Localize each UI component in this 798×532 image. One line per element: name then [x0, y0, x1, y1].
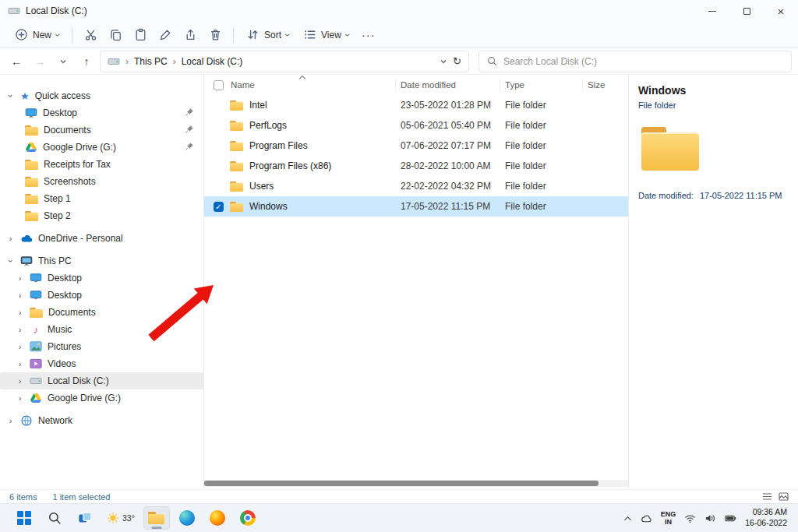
- more-options-button[interactable]: ···: [356, 24, 381, 46]
- copy-button[interactable]: [103, 24, 128, 46]
- maximize-button[interactable]: [729, 0, 764, 22]
- file-name: Intel: [249, 100, 267, 111]
- file-explorer-button[interactable]: [143, 506, 170, 530]
- hidden-icons-chevron-icon[interactable]: [623, 513, 632, 523]
- breadcrumb-separator: ›: [125, 56, 129, 67]
- search-input[interactable]: [503, 56, 783, 67]
- sidebar-section-network[interactable]: › Network: [0, 412, 203, 429]
- breadcrumb[interactable]: › This PC › Local Disk (C:) ↻: [100, 51, 469, 72]
- column-header-size[interactable]: Size: [583, 79, 627, 91]
- volume-icon[interactable]: [704, 513, 716, 523]
- chevron-icon[interactable]: ›: [16, 291, 24, 300]
- taskbar-search-button[interactable]: [41, 506, 68, 530]
- chevron-icon[interactable]: ›: [6, 234, 15, 243]
- sidebar-item-step-1[interactable]: Step 1: [0, 190, 203, 207]
- file-row-intel[interactable]: Intel 23-05-2022 01:28 PM File folder: [204, 95, 628, 115]
- file-row-perflogs[interactable]: PerfLogs 05-06-2021 05:40 PM File folder: [204, 115, 628, 136]
- sidebar-section-this-pc[interactable]: › This PC: [0, 252, 203, 270]
- chrome-browser-button[interactable]: [235, 506, 261, 530]
- sidebar-item-step-2[interactable]: Step 2: [0, 207, 203, 224]
- rename-button[interactable]: [153, 24, 178, 46]
- language-indicator[interactable]: ENG IN: [661, 510, 676, 527]
- chevron-icon[interactable]: ›: [16, 376, 24, 386]
- wifi-icon[interactable]: [684, 513, 696, 523]
- clock[interactable]: 09:36 AM 16-06-2022: [745, 507, 787, 528]
- chevron-icon[interactable]: ›: [16, 273, 24, 283]
- breadcrumb-current[interactable]: Local Disk (C:): [182, 56, 243, 67]
- sidebar-item-desktop[interactable]: Desktop: [0, 104, 203, 122]
- scrollbar-thumb[interactable]: [204, 481, 598, 486]
- chevron-icon[interactable]: ›: [16, 393, 24, 403]
- back-button[interactable]: ←: [6, 51, 26, 72]
- new-button[interactable]: New ›: [8, 24, 66, 46]
- battery-icon[interactable]: [725, 513, 736, 523]
- firefox-icon: [210, 510, 225, 526]
- refresh-icon[interactable]: ↻: [453, 55, 461, 67]
- file-row-windows-selected[interactable]: ✓Windows 17-05-2022 11:15 PM File folder: [204, 196, 628, 217]
- chevron-icon[interactable]: ›: [6, 416, 15, 425]
- share-button[interactable]: [178, 24, 203, 46]
- sidebar-item-pc-music[interactable]: › ♪ Music: [0, 321, 203, 338]
- cut-button[interactable]: [78, 24, 103, 46]
- sidebar-item-documents[interactable]: Documents: [0, 122, 203, 139]
- sidebar-item-pc-google-drive[interactable]: › Google Drive (G:): [0, 389, 203, 407]
- minimize-button[interactable]: [695, 0, 729, 22]
- close-icon: ×: [778, 5, 785, 17]
- sidebar-item-pc-videos[interactable]: › Videos: [0, 355, 203, 372]
- main-content: › ★ Quick access Desktop Documents Googl…: [0, 75, 798, 489]
- onedrive-tray-icon[interactable]: [641, 513, 652, 523]
- column-header-type[interactable]: Type: [500, 79, 583, 91]
- select-all-checkbox[interactable]: [214, 80, 224, 90]
- forward-button[interactable]: →: [30, 51, 50, 72]
- recent-locations-button[interactable]: [53, 51, 73, 72]
- file-row-program-files[interactable]: Program Files 07-06-2022 07:17 PM File f…: [204, 136, 628, 156]
- row-checkbox-checked[interactable]: ✓: [214, 202, 224, 212]
- chevron-icon[interactable]: ›: [16, 325, 24, 334]
- chevron-icon[interactable]: ›: [6, 92, 16, 100]
- sort-button[interactable]: Sort ›: [239, 24, 296, 46]
- pin-icon[interactable]: [185, 142, 194, 153]
- search-box[interactable]: [478, 51, 792, 72]
- edge-browser-button[interactable]: [174, 506, 200, 530]
- chevron-icon[interactable]: ›: [16, 342, 24, 351]
- delete-button[interactable]: [203, 24, 228, 46]
- start-button[interactable]: [11, 506, 37, 530]
- chevron-icon[interactable]: ›: [6, 257, 16, 266]
- sidebar-item-screenshots[interactable]: Screenshots: [0, 173, 203, 190]
- task-view-button[interactable]: [72, 506, 98, 530]
- chevron-icon[interactable]: ›: [16, 308, 24, 317]
- large-icons-view-toggle-icon[interactable]: [779, 492, 789, 501]
- view-button[interactable]: View ›: [296, 24, 356, 46]
- horizontal-scrollbar[interactable]: [204, 480, 628, 487]
- sidebar-section-quick-access[interactable]: › ★ Quick access: [0, 87, 203, 104]
- item-label: Google Drive (G:): [43, 142, 116, 153]
- sidebar-item-pc-desktop-1[interactable]: › Desktop: [0, 270, 203, 287]
- column-header-name[interactable]: Name: [204, 79, 396, 91]
- details-view-toggle-icon[interactable]: [762, 492, 772, 501]
- item-label: Music: [48, 324, 72, 335]
- sidebar-item-pc-local-disk-c[interactable]: › Local Disk (C:): [0, 372, 203, 389]
- chevron-icon[interactable]: ›: [16, 359, 24, 368]
- firefox-browser-button[interactable]: [204, 506, 231, 530]
- address-dropdown-icon[interactable]: [440, 58, 447, 65]
- drive-icon: [8, 5, 20, 17]
- pin-icon[interactable]: [185, 107, 194, 119]
- maximize-icon: [743, 8, 750, 15]
- sidebar-item-pc-desktop-2[interactable]: › Desktop: [0, 287, 203, 304]
- pin-icon[interactable]: [185, 125, 194, 136]
- widgets-weather-button[interactable]: 33°: [102, 512, 139, 524]
- breadcrumb-this-pc[interactable]: This PC: [134, 56, 168, 67]
- paste-button[interactable]: [128, 24, 153, 46]
- forward-icon: →: [34, 55, 45, 68]
- file-row-program-files-x86[interactable]: Program Files (x86) 28-02-2022 10:00 AM …: [204, 156, 628, 176]
- sidebar-item-pc-pictures[interactable]: › Pictures: [0, 338, 203, 355]
- column-header-date-modified[interactable]: Date modified: [396, 79, 500, 91]
- up-button[interactable]: ↑: [76, 51, 97, 72]
- close-button[interactable]: ×: [764, 0, 798, 22]
- sidebar-section-onedrive[interactable]: › OneDrive - Personal: [0, 230, 203, 247]
- drive-icon: [30, 375, 42, 387]
- sidebar-item-pc-documents[interactable]: › Documents: [0, 304, 203, 321]
- sidebar-item-receipts-for-tax[interactable]: Receipts for Tax: [0, 156, 203, 173]
- file-row-users[interactable]: Users 22-02-2022 04:32 PM File folder: [204, 176, 628, 196]
- sidebar-item-google-drive[interactable]: Google Drive (G:): [0, 139, 203, 156]
